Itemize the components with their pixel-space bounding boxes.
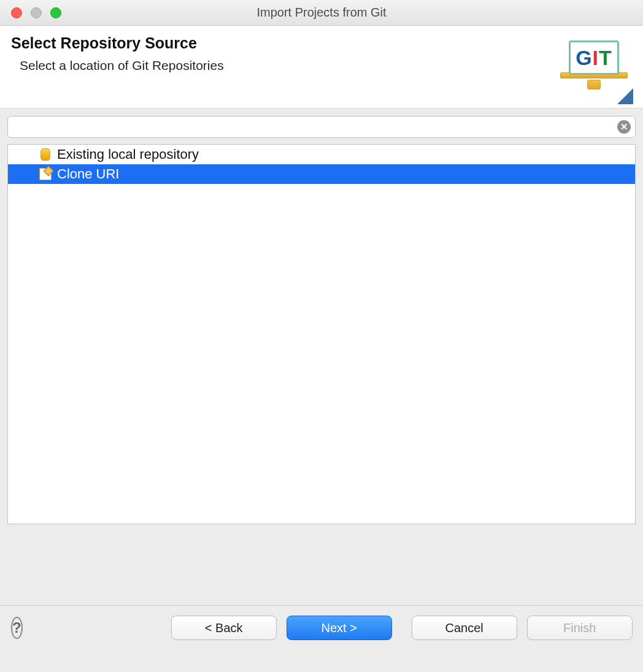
back-button[interactable]: < Back [171, 616, 277, 640]
wizard-subheading: Select a location of Git Repositories [11, 58, 224, 73]
git-logo-i: I [593, 46, 599, 70]
wizard-heading: Select Repository Source [11, 34, 224, 52]
cancel-button[interactable]: Cancel [412, 616, 517, 640]
list-item-label: Clone URI [57, 166, 119, 182]
wizard-content: ✕ Existing local repository Clone URI [0, 109, 643, 532]
repository-source-list[interactable]: Existing local repository Clone URI [7, 144, 636, 524]
close-icon: ✕ [620, 121, 628, 132]
titlebar: Import Projects from Git [0, 0, 643, 26]
git-logo-icon: GIT [558, 34, 630, 96]
paper-edit-icon [39, 167, 52, 181]
finish-button: Finish [527, 616, 633, 640]
list-item-label: Existing local repository [57, 147, 199, 162]
cylinder-icon [39, 148, 52, 161]
filter-row: ✕ [7, 116, 636, 138]
list-item-existing-local[interactable]: Existing local repository [8, 145, 635, 164]
help-icon: ? [12, 619, 21, 636]
git-logo-g: G [576, 46, 592, 70]
wizard-banner: Select Repository Source Select a locati… [0, 26, 643, 109]
next-button[interactable]: Next > [287, 616, 392, 640]
filter-input[interactable] [7, 116, 636, 138]
clear-filter-button[interactable]: ✕ [617, 120, 631, 134]
help-button[interactable]: ? [11, 617, 23, 639]
git-logo-t: T [599, 46, 612, 70]
window-title: Import Projects from Git [0, 6, 643, 20]
list-item-clone-uri[interactable]: Clone URI [8, 164, 635, 184]
wizard-footer: ? < Back Next > Cancel Finish [0, 606, 643, 650]
